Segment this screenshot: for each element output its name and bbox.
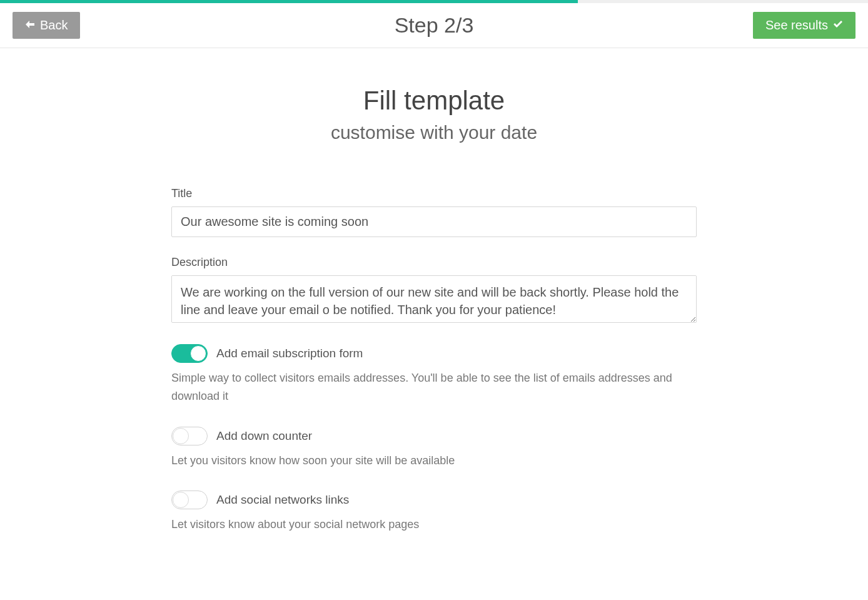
back-button[interactable]: Back (13, 12, 80, 39)
header: Back Step 2/3 See results (0, 3, 868, 48)
page-subheading: customise with your date (171, 122, 697, 143)
description-textarea[interactable]: We are working on the full version of ou… (171, 275, 697, 323)
toggle-social-links: Add social networks links Let visitors k… (171, 491, 697, 534)
toggle-down-counter-label: Add down counter (216, 429, 312, 443)
toggle-email-subscription-label: Add email subscription form (216, 347, 363, 360)
step-indicator: Step 2/3 (395, 13, 474, 38)
toggle-email-subscription-switch[interactable] (171, 344, 208, 363)
page-heading: Fill template (171, 86, 697, 116)
see-results-button[interactable]: See results (753, 12, 855, 39)
back-button-label: Back (40, 18, 68, 33)
check-icon (833, 18, 843, 33)
main-content: Fill template customise with your date T… (159, 48, 709, 592)
title-label: Title (171, 187, 697, 200)
toggle-social-links-switch[interactable] (171, 491, 208, 509)
toggle-social-links-desc: Let visitors know about your social netw… (171, 516, 697, 534)
toggle-down-counter-desc: Let you visitors know how soon your site… (171, 452, 697, 470)
toggle-down-counter: Add down counter Let you visitors know h… (171, 427, 697, 470)
toggle-email-subscription: Add email subscription form Simple way t… (171, 344, 697, 405)
description-field: Description We are working on the full v… (171, 256, 697, 325)
arrow-left-icon (25, 18, 35, 33)
toggle-email-subscription-desc: Simple way to collect visitors emails ad… (171, 369, 697, 405)
toggle-down-counter-switch[interactable] (171, 427, 208, 445)
toggle-social-links-label: Add social networks links (216, 493, 349, 507)
title-input[interactable] (171, 206, 697, 237)
description-label: Description (171, 256, 697, 269)
title-field: Title (171, 187, 697, 237)
see-results-label: See results (765, 18, 828, 33)
